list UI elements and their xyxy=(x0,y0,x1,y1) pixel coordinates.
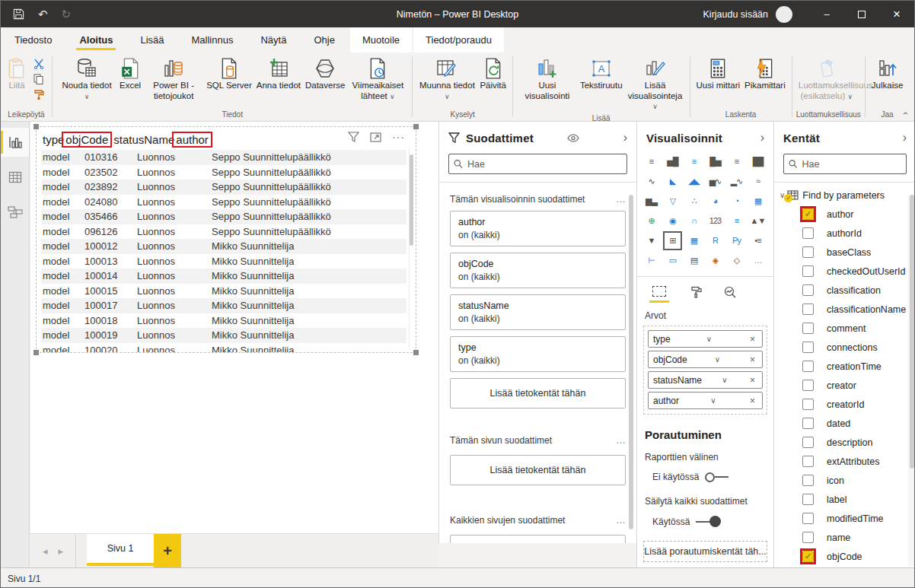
dataverse-button[interactable]: Dataverse xyxy=(303,55,347,93)
field-item[interactable]: icon xyxy=(774,471,915,490)
filters-scrollbar[interactable] xyxy=(629,195,635,540)
table-visual[interactable]: ··· typeobjCodestatusNameauthor model 01… xyxy=(36,126,416,353)
visual-type-icon[interactable]: █▅ xyxy=(707,154,723,170)
visual-type-icon[interactable]: ▆▃ xyxy=(643,193,659,209)
visual-type-icon[interactable]: ◢◣ xyxy=(686,173,702,189)
visual-type-icon[interactable]: ⊢ xyxy=(643,253,659,269)
data-view-button[interactable] xyxy=(1,163,29,192)
visual-type-icon[interactable]: R xyxy=(707,233,723,249)
field-checkbox[interactable] xyxy=(802,246,814,258)
more-visuals-button[interactable]: Lisää visualisointeja ∨ xyxy=(625,55,686,113)
ribbon-tab[interactable]: Tiedosto xyxy=(4,27,62,52)
report-view-button[interactable] xyxy=(1,128,29,157)
pill-dropdown-icon[interactable]: ∨ xyxy=(708,396,718,405)
visual-type-icon[interactable]: ≡ xyxy=(728,154,744,170)
visual-type-icon[interactable]: ▤ xyxy=(686,253,702,269)
undo-icon[interactable]: ↶ xyxy=(38,8,48,20)
filters-search[interactable] xyxy=(448,154,627,174)
field-checkbox[interactable] xyxy=(802,418,814,429)
cross-report-toggle[interactable] xyxy=(705,472,728,482)
field-checkbox[interactable] xyxy=(802,494,814,505)
get-data-button[interactable]: Nouda tiedot ∨ xyxy=(56,55,117,103)
text-box-button[interactable]: A Tekstiruutu xyxy=(578,55,625,93)
visual-type-icon[interactable]: ▂∿ xyxy=(728,173,744,189)
field-item[interactable]: classification xyxy=(774,281,915,300)
pill-remove-icon[interactable]: × xyxy=(748,354,757,365)
table-row[interactable]: model 023502 Luonnos Seppo Suunnittelupä… xyxy=(41,165,406,180)
visual-type-icon[interactable]: ▲▼ xyxy=(750,213,766,229)
column-header[interactable]: objCode xyxy=(64,133,112,146)
next-page-icon[interactable]: ▸ xyxy=(59,545,64,557)
table-row[interactable]: model 100019 Luonnos Mikko Suunnittelija xyxy=(41,328,406,343)
fields-search-input[interactable] xyxy=(802,159,901,170)
field-checkbox[interactable] xyxy=(802,532,814,543)
section-more-icon[interactable]: … xyxy=(616,434,626,446)
visual-type-icon[interactable]: ∿ xyxy=(643,173,659,189)
enter-data-button[interactable]: Anna tiedot xyxy=(254,55,303,93)
field-item[interactable]: comment xyxy=(774,319,915,338)
field-checkbox[interactable] xyxy=(802,513,814,524)
visual-type-icon[interactable]: ▦ xyxy=(686,233,702,249)
fields-scrollbar[interactable] xyxy=(908,195,915,566)
field-checkbox[interactable] xyxy=(802,208,814,220)
account-avatar[interactable] xyxy=(776,6,792,23)
visual-type-icon[interactable]: ⊞ xyxy=(665,233,681,249)
field-checkbox[interactable] xyxy=(802,361,814,372)
ribbon-contextual-tab[interactable]: Tiedot/poraudu xyxy=(413,27,504,52)
table-row[interactable]: model 100012 Luonnos Mikko Suunnittelija xyxy=(41,239,406,254)
collapse-pane-icon[interactable]: › xyxy=(760,131,764,145)
field-item[interactable]: creationTime xyxy=(774,357,915,376)
visual-type-icon[interactable]: ≡ xyxy=(643,154,659,170)
save-icon[interactable] xyxy=(13,8,24,20)
field-pill[interactable]: statusName ∨ × xyxy=(648,371,763,389)
field-item[interactable]: baseClass xyxy=(774,243,915,262)
fields-search[interactable] xyxy=(783,154,907,174)
visual-type-icon[interactable]: ⊕ xyxy=(643,213,659,229)
quick-measure-button[interactable]: Pikamittari xyxy=(742,55,788,93)
new-measure-button[interactable]: Uusi mittari xyxy=(694,55,743,93)
field-item[interactable]: description xyxy=(774,433,915,452)
new-visual-button[interactable]: Uusi visualisointi xyxy=(517,55,578,103)
visual-type-icon[interactable]: ▅█ xyxy=(665,154,681,170)
field-item[interactable]: dated xyxy=(774,414,915,433)
table-row[interactable]: model 100014 Luonnos Mikko Suunnittelija xyxy=(41,269,406,284)
field-pill[interactable]: type ∨ × xyxy=(648,330,763,348)
pill-dropdown-icon[interactable]: ∨ xyxy=(704,335,714,343)
visual-type-icon[interactable]: ◕ xyxy=(707,193,723,209)
resize-handle[interactable] xyxy=(413,124,419,129)
filter-card[interactable]: author on (kaikki) xyxy=(450,211,626,246)
table-row[interactable]: model 010316 Luonnos Seppo Suunnittelupä… xyxy=(41,150,406,165)
visual-type-icon[interactable]: ≡ xyxy=(686,154,702,170)
field-item[interactable]: extAttributes xyxy=(774,452,915,471)
fields-tab[interactable] xyxy=(649,286,669,303)
visual-type-icon[interactable]: … xyxy=(750,253,766,269)
pill-dropdown-icon[interactable]: ∨ xyxy=(713,355,722,364)
visual-type-icon[interactable]: ▽ xyxy=(665,193,681,209)
page-tab[interactable]: Sivu 1 xyxy=(87,534,154,563)
filter-card[interactable]: type on (kaikki) xyxy=(450,336,626,372)
sql-server-button[interactable]: SQL Server xyxy=(204,55,254,93)
table-row[interactable]: model 035466 Luonnos Seppo Suunnittelupä… xyxy=(41,209,406,224)
table-row[interactable]: model 100018 Luonnos Mikko Suunnittelija xyxy=(41,313,406,329)
report-canvas[interactable]: ··· typeobjCodestatusNameauthor model 01… xyxy=(30,122,438,533)
eye-icon[interactable] xyxy=(567,134,579,142)
visual-type-icon[interactable]: ◉ xyxy=(665,213,681,229)
copy-icon[interactable] xyxy=(32,72,45,85)
field-item[interactable]: creatorId xyxy=(774,395,915,414)
sign-in-button[interactable]: Kirjaudu sisään xyxy=(696,9,776,20)
refresh-button[interactable]: Päivitä xyxy=(477,55,509,93)
field-checkbox[interactable] xyxy=(802,551,814,562)
field-checkbox[interactable] xyxy=(802,323,814,334)
ribbon-tab[interactable]: Ohje xyxy=(303,27,345,52)
field-item[interactable]: creator xyxy=(774,376,915,395)
format-painter-icon[interactable] xyxy=(32,87,45,100)
field-pill[interactable]: author ∨ × xyxy=(648,392,763,409)
field-item[interactable]: classificationName xyxy=(774,300,915,319)
pill-remove-icon[interactable]: × xyxy=(748,396,757,406)
ribbon-contextual-tab[interactable]: Muotoile xyxy=(350,27,412,52)
table-row[interactable]: model 100015 Luonnos Mikko Suunnittelija xyxy=(41,284,406,299)
focus-mode-icon[interactable] xyxy=(370,132,381,142)
field-item[interactable]: author xyxy=(774,205,915,224)
filter-card[interactable]: statusName on (kaikki) xyxy=(450,294,626,330)
recent-sources-button[interactable]: Viimeaikaiset lähteet ∨ xyxy=(347,55,408,103)
